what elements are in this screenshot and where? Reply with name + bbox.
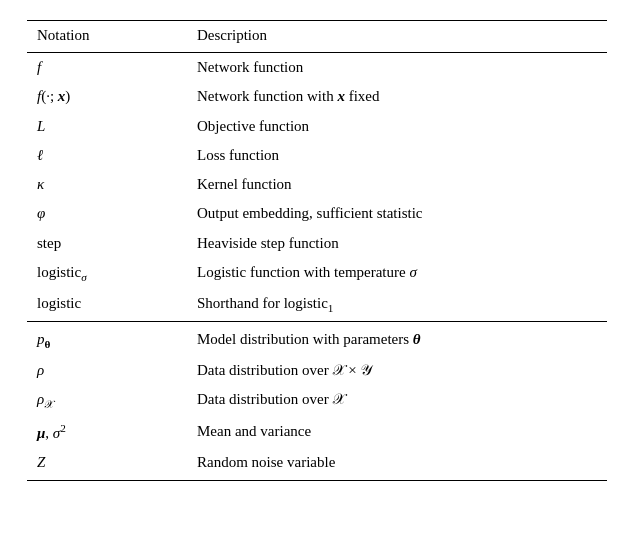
description-cell: Network function [187, 53, 607, 83]
description-cell: Mean and variance [187, 417, 607, 448]
table-row: ρ𝒳Data distribution over 𝒳 [27, 385, 607, 416]
header-description: Description [187, 21, 607, 53]
description-cell: Shorthand for logistic1 [187, 289, 607, 321]
notation-table: Notation Description fNetwork functionf(… [27, 20, 607, 481]
notation-cell: L [27, 112, 187, 141]
notation-cell: ℓ [27, 141, 187, 170]
description-cell: Network function with x fixed [187, 82, 607, 111]
notation-cell: logistic [27, 289, 187, 321]
notation-cell: φ [27, 199, 187, 228]
notation-cell: κ [27, 170, 187, 199]
notation-cell: f [27, 53, 187, 83]
description-cell: Model distribution with parameters θ [187, 321, 607, 356]
table-row: pθModel distribution with parameters θ [27, 321, 607, 356]
table-header: Notation Description [27, 21, 607, 53]
description-cell: Logistic function with temperature σ [187, 258, 607, 289]
table-row: μ, σ2Mean and variance [27, 417, 607, 448]
description-cell: Loss function [187, 141, 607, 170]
description-cell: Data distribution over 𝒳 [187, 385, 607, 416]
table-row: ρData distribution over 𝒳 × 𝒴 [27, 356, 607, 385]
description-cell: Kernel function [187, 170, 607, 199]
notation-cell: ρ [27, 356, 187, 385]
notation-cell: logisticσ [27, 258, 187, 289]
notation-cell: Z [27, 448, 187, 481]
table-row: ZRandom noise variable [27, 448, 607, 481]
bottom-border-row [27, 481, 607, 482]
table-row: ℓLoss function [27, 141, 607, 170]
notation-cell: step [27, 229, 187, 258]
description-cell: Objective function [187, 112, 607, 141]
description-cell: Data distribution over 𝒳 × 𝒴 [187, 356, 607, 385]
notation-cell: μ, σ2 [27, 417, 187, 448]
table-row: κKernel function [27, 170, 607, 199]
table-row: LObjective function [27, 112, 607, 141]
header-notation: Notation [27, 21, 187, 53]
notation-cell: ρ𝒳 [27, 385, 187, 416]
notation-cell: pθ [27, 321, 187, 356]
table-row: f(·; x)Network function with x fixed [27, 82, 607, 111]
table-row: fNetwork function [27, 53, 607, 83]
description-cell: Output embedding, sufficient statistic [187, 199, 607, 228]
table-row: logisticσLogistic function with temperat… [27, 258, 607, 289]
description-cell: Heaviside step function [187, 229, 607, 258]
description-cell: Random noise variable [187, 448, 607, 481]
table-row: φOutput embedding, sufficient statistic [27, 199, 607, 228]
notation-cell: f(·; x) [27, 82, 187, 111]
table-row: logisticShorthand for logistic1 [27, 289, 607, 321]
table-row: stepHeaviside step function [27, 229, 607, 258]
